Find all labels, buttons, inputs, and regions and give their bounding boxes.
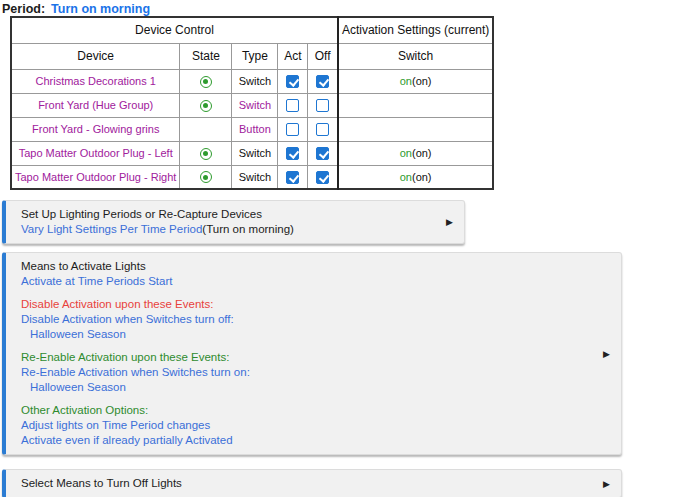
act-checkbox[interactable]	[286, 147, 299, 160]
table-cell	[180, 141, 232, 165]
device-name-link[interactable]: Front Yard - Glowing grins	[32, 123, 159, 135]
expand-arrow-icon[interactable]: ▶	[446, 218, 453, 227]
state-on-icon	[200, 148, 212, 160]
table-cell: on(on)	[338, 165, 493, 189]
section-link[interactable]: Halloween Season	[30, 328, 126, 340]
device-type-label: Button	[239, 123, 271, 135]
blank-line	[21, 289, 595, 297]
section-line: Set Up Lighting Periods or Re-Capture De…	[21, 207, 438, 222]
table-cell	[308, 141, 338, 165]
section-line: Select Means to Turn Off Lights	[21, 476, 595, 491]
section-link[interactable]: Disable Activation when Switches turn of…	[21, 313, 234, 325]
section-link[interactable]: Halloween Season	[30, 381, 126, 393]
section-line: Means to Activate Lights	[21, 259, 595, 274]
device-type-label: Switch	[239, 171, 271, 183]
expand-arrow-icon[interactable]: ▶	[603, 349, 610, 358]
col-header-switch: Switch	[338, 43, 493, 69]
section-link[interactable]: Activate at Time Periods Start	[21, 275, 172, 287]
section-line: Vary Light Settings Per Time Period(Turn…	[21, 222, 438, 237]
group-header-device-control: Device Control	[11, 17, 338, 43]
off-checkbox[interactable]	[316, 123, 329, 136]
section-means-to-activate[interactable]: Means to Activate LightsActivate at Time…	[2, 252, 622, 455]
off-checkbox[interactable]	[316, 99, 329, 112]
section-link[interactable]: Adjust lights on Time Period changes	[21, 419, 210, 431]
off-checkbox[interactable]	[316, 75, 329, 88]
device-name-link[interactable]: Christmas Decorations 1	[35, 75, 155, 87]
table-cell: Switch	[232, 93, 278, 117]
section-text: Select Means to Turn Off Lights	[21, 477, 182, 489]
table-cell: Tapo Matter Outdoor Plug - Right	[11, 165, 180, 189]
expand-arrow-icon[interactable]: ▶	[603, 479, 610, 488]
section-line: Re-Enable Activation when Switches turn …	[21, 365, 595, 380]
section-text: Means to Activate Lights	[21, 260, 146, 272]
table-cell	[308, 69, 338, 93]
blank-line	[21, 395, 595, 403]
section-line: Activate at Time Periods Start	[21, 274, 595, 289]
act-checkbox[interactable]	[286, 99, 299, 112]
act-checkbox[interactable]	[286, 123, 299, 136]
act-checkbox[interactable]	[286, 171, 299, 184]
period-link[interactable]: Turn on morning	[51, 2, 150, 16]
table-cell	[338, 117, 493, 141]
section-text: Other Activation Options:	[21, 404, 148, 416]
table-cell: Switch	[232, 165, 278, 189]
section-turn-off-lights[interactable]: Select Means to Turn Off Lights▶	[2, 469, 622, 497]
table-cell	[180, 165, 232, 189]
table-cell: Switch	[232, 69, 278, 93]
col-header-type: Type	[232, 43, 278, 69]
section-line: Disable Activation upon these Events:	[21, 297, 595, 312]
off-checkbox[interactable]	[316, 147, 329, 160]
table-cell: Tapo Matter Outdoor Plug - Left	[11, 141, 180, 165]
section-line: Re-Enable Activation upon these Events:	[21, 350, 595, 365]
section-link[interactable]: Re-Enable Activation when Switches turn …	[21, 366, 250, 378]
section-link[interactable]: Activate even if already partially Activ…	[21, 434, 233, 446]
section-line: Halloween Season	[21, 380, 595, 395]
table-cell: Button	[232, 117, 278, 141]
table-cell	[180, 117, 232, 141]
section-text: Re-Enable Activation upon these Events:	[21, 351, 229, 363]
device-name-link[interactable]: Tapo Matter Outdoor Plug - Left	[19, 147, 173, 159]
off-checkbox[interactable]	[316, 171, 329, 184]
table-cell: on(on)	[338, 69, 493, 93]
switch-state-suffix: (on)	[412, 75, 432, 87]
section-line: Adjust lights on Time Period changes	[21, 418, 595, 433]
table-cell: Switch	[232, 141, 278, 165]
col-header-state: State	[180, 43, 232, 69]
blank-line	[21, 342, 595, 350]
section-lighting-periods[interactable]: Set Up Lighting Periods or Re-Capture De…	[2, 200, 465, 244]
section-text: Set Up Lighting Periods or Re-Capture De…	[21, 208, 262, 220]
section-line: Activate even if already partially Activ…	[21, 433, 595, 448]
group-header-activation-settings: Activation Settings (current)	[338, 17, 493, 43]
section-text: Disable Activation upon these Events:	[21, 298, 213, 310]
section-line: Halloween Season	[21, 327, 595, 342]
col-header-off: Off	[308, 43, 338, 69]
table-cell	[278, 69, 308, 93]
table-cell	[180, 93, 232, 117]
period-line: Period:Turn on morning	[0, 0, 690, 16]
table-cell	[278, 165, 308, 189]
device-row: Front Yard - Glowing grinsButton	[11, 117, 493, 141]
table-cell	[338, 93, 493, 117]
section-line: Disable Activation when Switches turn of…	[21, 312, 595, 327]
section-link[interactable]: Vary Light Settings Per Time Period	[21, 223, 202, 235]
table-cell	[278, 117, 308, 141]
table-cell	[308, 117, 338, 141]
device-name-link[interactable]: Front Yard (Hue Group)	[38, 99, 153, 111]
state-on-icon	[200, 171, 212, 183]
table-cell: Front Yard - Glowing grins	[11, 117, 180, 141]
device-name-link[interactable]: Tapo Matter Outdoor Plug - Right	[15, 171, 176, 183]
device-row: Tapo Matter Outdoor Plug - RightSwitchon…	[11, 165, 493, 189]
device-type-label: Switch	[239, 75, 271, 87]
col-header-device: Device	[11, 43, 180, 69]
switch-state-suffix: (on)	[412, 147, 432, 159]
section-text: (Turn on morning)	[202, 223, 294, 235]
table-cell: Christmas Decorations 1	[11, 69, 180, 93]
column-header-row: Device State Type Act Off Switch	[11, 43, 493, 69]
switch-state-suffix: (on)	[412, 171, 432, 183]
section-line: Other Activation Options:	[21, 403, 595, 418]
device-type-label: Switch	[239, 147, 271, 159]
switch-state-value: on	[400, 147, 412, 159]
act-checkbox[interactable]	[286, 75, 299, 88]
col-header-act: Act	[278, 43, 308, 69]
state-on-icon	[200, 100, 212, 112]
